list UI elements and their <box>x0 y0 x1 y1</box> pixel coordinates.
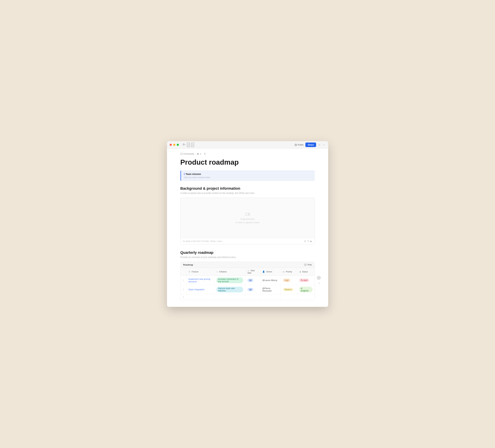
app-window: ‹ › Public Share ☆ ··· <box>167 141 328 307</box>
table-row[interactable]: 2Slack integrationImprove slack user ret… <box>180 285 315 294</box>
row-initiative[interactable] <box>214 294 245 300</box>
maximize-button[interactable] <box>177 144 179 146</box>
table-header-row: ☰ Feature ◇ Initiative ◷ Start date <box>180 268 315 276</box>
table-header-bar: Roadmap ? Help <box>180 262 315 268</box>
row-status[interactable]: To start <box>297 276 315 285</box>
table-wrapper: Roadmap ? Help ☰ <box>180 262 315 300</box>
mission-content: ℹ Team mission Add you team mission here <box>181 170 315 181</box>
svg-rect-1 <box>183 144 184 145</box>
owner-col-icon: 👤 <box>262 271 265 273</box>
star-button[interactable]: ☆ <box>318 143 321 147</box>
page-title: Product roadmap <box>180 158 315 166</box>
roadmap-subtext: Provide an overview of your roadmap and … <box>180 256 315 258</box>
status-col-icon: ◑ <box>299 271 301 273</box>
views-number: 1 <box>200 153 201 155</box>
background-subtext: A video is agreat way to provide context… <box>180 192 315 194</box>
back-button[interactable]: ‹ <box>187 143 190 147</box>
help-label: Help <box>307 264 312 266</box>
th-priority-label: Priority <box>286 271 292 273</box>
views-count[interactable]: 1 <box>197 153 201 155</box>
row-num: 3 <box>180 294 186 300</box>
table-row[interactable]: 1Implement new pricing structureIncrease… <box>180 276 315 285</box>
th-feature: ☰ Feature <box>186 268 214 276</box>
th-owner-label: Owner <box>266 271 272 273</box>
floating-icons: ? <box>317 276 321 286</box>
public-label: Public <box>298 144 304 146</box>
svg-marker-3 <box>185 144 185 145</box>
row-initiative[interactable]: Increase conversion of key account <box>214 276 245 285</box>
video-service-icons: ⚙ V ▶ <box>304 240 312 243</box>
paste-placeholder: Or paste a link from YouTube, Vimeo, Loo… <box>183 240 223 242</box>
row-owner: @Pierre Renaudin <box>260 285 281 294</box>
row-owner <box>260 294 281 300</box>
row-priority[interactable] <box>281 294 297 300</box>
title-bar: ‹ › Public Share ☆ ··· <box>167 141 328 148</box>
th-startdate: ◷ Start date <box>245 268 260 276</box>
table-title: Roadmap <box>183 264 193 266</box>
youtube-icon: ▶ <box>310 240 312 243</box>
share-button[interactable]: Share <box>305 143 316 147</box>
row-status[interactable] <box>297 294 315 300</box>
help-button[interactable]: ? Help <box>304 264 312 266</box>
row-initiative[interactable]: Improve slack user retention <box>214 285 245 294</box>
roadmap-table-container: Roadmap ? Help ☰ <box>180 262 315 300</box>
video-upload-area[interactable]: Drag and drop or click to upload a video… <box>180 198 315 244</box>
row-startdate[interactable] <box>245 294 260 300</box>
mission-placeholder: Add you team mission here <box>184 176 312 179</box>
th-status: ◑ Status <box>297 268 315 276</box>
table-row[interactable]: 3 <box>180 294 315 300</box>
public-button[interactable]: Public <box>295 144 304 146</box>
row-feature[interactable]: Slack integration <box>186 285 214 294</box>
th-priority: ◈ Priority <box>281 268 297 276</box>
initiative-col-icon: ◇ <box>216 271 218 273</box>
drop-text-1: Drag and drop <box>241 218 254 220</box>
svg-rect-0 <box>183 144 184 144</box>
row-priority[interactable]: Medium <box>281 285 297 294</box>
table-body: 1Implement new pricing structureIncrease… <box>180 276 315 300</box>
traffic-lights <box>170 144 179 146</box>
row-feature[interactable] <box>186 294 214 300</box>
refresh-icon: ↻ <box>204 153 206 155</box>
comments-button[interactable]: Comments <box>180 153 194 155</box>
th-owner: 👤 Owner <box>260 268 281 276</box>
startdate-col-icon: ◷ <box>248 269 249 272</box>
svg-rect-8 <box>246 213 248 215</box>
row-num: 2 <box>180 285 186 294</box>
mission-title: ℹ Team mission <box>184 173 312 175</box>
th-initiative: ◇ Initiative <box>214 268 245 276</box>
video-paste-bar[interactable]: Or paste a link from YouTube, Vimeo, Loo… <box>180 238 315 244</box>
float-question-icon[interactable]: ? <box>317 281 321 286</box>
more-button[interactable]: ··· <box>322 143 325 147</box>
th-status-label: Status <box>302 271 308 273</box>
minimize-button[interactable] <box>173 144 175 146</box>
title-bar-actions: Public Share ☆ ··· <box>295 143 326 147</box>
th-initiative-label: Initiative <box>219 271 227 273</box>
page-content: Comments 1 ↻ Product roadmap ℹ Team miss <box>167 148 328 307</box>
svg-rect-2 <box>183 145 184 145</box>
list-icon-button[interactable] <box>182 143 186 147</box>
row-priority[interactable]: High <box>281 276 297 285</box>
row-startdate[interactable]: Q2 <box>245 285 260 294</box>
comments-label: Comments <box>184 153 194 155</box>
th-feature-label: Feature <box>192 271 199 273</box>
video-upload-icon <box>245 212 250 217</box>
refresh-button[interactable]: ↻ <box>204 153 206 155</box>
row-status[interactable]: In progress <box>297 285 315 294</box>
svg-point-7 <box>197 153 198 154</box>
float-circle-icon[interactable] <box>317 276 321 280</box>
doc-meta: Comments 1 ↻ <box>180 153 315 155</box>
mission-block[interactable]: ℹ Team mission Add you team mission here <box>180 170 315 181</box>
video-drop-zone[interactable]: Drag and drop or click to upload a video <box>180 198 315 238</box>
forward-button[interactable]: › <box>191 143 194 147</box>
row-feature[interactable]: Implement new pricing structure <box>186 276 214 285</box>
roadmap-table: ☰ Feature ◇ Initiative ◷ Start date <box>180 268 315 300</box>
drop-text-2: or click to upload a video <box>235 221 260 224</box>
nav-controls: ‹ › <box>182 143 194 147</box>
row-num: 1 <box>180 276 186 285</box>
priority-col-icon: ◈ <box>283 271 284 273</box>
th-num <box>180 268 186 276</box>
background-heading: Background & project information <box>180 186 315 191</box>
info-icon: ℹ <box>184 173 185 175</box>
row-startdate[interactable]: Q1 <box>245 276 260 285</box>
close-button[interactable] <box>170 144 172 146</box>
